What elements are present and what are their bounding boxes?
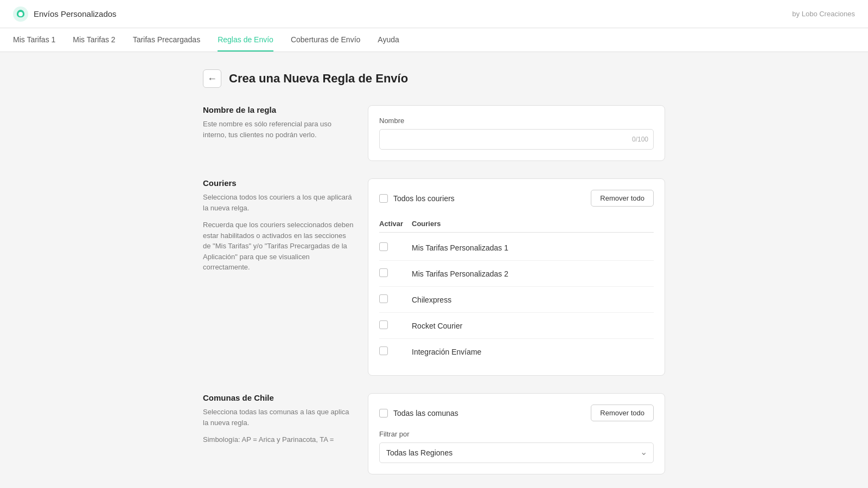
filter-label: Filtrar por (379, 430, 654, 438)
nav: Mis Tarifas 1 Mis Tarifas 2 Tarifas Prec… (0, 28, 868, 52)
comunas-remove-btn[interactable]: Remover todo (591, 404, 654, 421)
couriers-heading: Couriers (203, 178, 355, 188)
main-content: ← Crea una Nueva Regla de Envío Nombre d… (190, 52, 678, 488)
comunas-header-row: Todas las comunas Remover todo (379, 404, 654, 421)
nombre-input-wrapper: 0/100 (379, 129, 654, 150)
couriers-desc2: Recuerda que los couriers seleccionados … (203, 220, 355, 273)
comunas-heading: Comunas de Chile (203, 393, 355, 402)
nombre-section: Nombre de la regla Este nombre es sólo r… (203, 105, 665, 161)
courier-checkbox-4[interactable] (379, 346, 388, 355)
all-comunas-label[interactable]: Todas las comunas (379, 409, 458, 418)
courier-row-1: Mis Tarifas Personalizadas 2 (379, 261, 654, 287)
filter-select[interactable]: Todas las Regiones Región de Arica y Par… (379, 442, 654, 463)
col-activar: Activar (379, 220, 412, 228)
couriers-desc1: Selecciona todos los couriers a los que … (203, 192, 355, 213)
couriers-card: Todos los couriers Remover todo Activar … (368, 178, 665, 376)
couriers-section-label: Couriers Selecciona todos los couriers a… (203, 178, 355, 376)
courier-row-2: Chilexpress (379, 287, 654, 313)
nav-reglas-envio[interactable]: Reglas de Envío (218, 29, 273, 52)
nombre-card: Nombre 0/100 (368, 105, 665, 161)
nav-ayuda[interactable]: Ayuda (378, 29, 399, 52)
all-couriers-label[interactable]: Todos los couriers (379, 194, 455, 203)
back-button[interactable]: ← (203, 69, 221, 88)
courier-name-0: Mis Tarifas Personalizadas 1 (412, 243, 654, 252)
courier-row-3: Rocket Courier (379, 313, 654, 339)
nombre-section-label: Nombre de la regla Este nombre es sólo r… (203, 105, 355, 161)
courier-checkbox-0[interactable] (379, 242, 388, 251)
couriers-header-row: Todos los couriers Remover todo (379, 190, 654, 207)
couriers-remove-btn[interactable]: Remover todo (591, 190, 654, 207)
nav-mis-tarifas-1[interactable]: Mis Tarifas 1 (13, 29, 55, 52)
couriers-table-header: Activar Couriers (379, 215, 654, 233)
all-couriers-text: Todos los couriers (393, 194, 455, 203)
nav-mis-tarifas-2[interactable]: Mis Tarifas 2 (73, 29, 115, 52)
nav-coberturas-envio[interactable]: Coberturas de Envío (291, 29, 360, 52)
nombre-heading: Nombre de la regla (203, 105, 355, 114)
nombre-description: Este nombre es sólo referencial para uso… (203, 119, 355, 140)
courier-checkbox-2[interactable] (379, 294, 388, 303)
nombre-counter: 0/100 (632, 136, 648, 143)
nombre-field-label: Nombre (379, 117, 654, 125)
comunas-section-label: Comunas de Chile Selecciona todas las co… (203, 393, 355, 474)
couriers-section: Couriers Selecciona todos los couriers a… (203, 178, 665, 376)
courier-row-0: Mis Tarifas Personalizadas 1 (379, 235, 654, 261)
col-couriers: Couriers (412, 220, 654, 228)
all-comunas-checkbox[interactable] (379, 409, 388, 418)
all-couriers-checkbox[interactable] (379, 194, 388, 203)
nav-tarifas-precargadas[interactable]: Tarifas Precargadas (133, 29, 201, 52)
nombre-input-box (379, 129, 654, 150)
header-left: Envíos Personalizados (13, 7, 117, 22)
header: Envíos Personalizados by Lobo Creaciones (0, 0, 868, 28)
courier-checkbox-3[interactable] (379, 320, 388, 329)
comunas-desc1: Selecciona todas las comunas a las que a… (203, 407, 355, 428)
app-title: Envíos Personalizados (34, 9, 117, 18)
all-comunas-text: Todas las comunas (393, 409, 458, 418)
header-byline: by Lobo Creaciones (792, 10, 855, 18)
courier-name-1: Mis Tarifas Personalizadas 2 (412, 269, 654, 278)
courier-name-2: Chilexpress (412, 296, 654, 304)
comunas-section: Comunas de Chile Selecciona todas las co… (203, 393, 665, 474)
comunas-card: Todas las comunas Remover todo Filtrar p… (368, 393, 665, 474)
svg-point-1 (18, 12, 23, 16)
courier-name-4: Integración Envíame (412, 348, 654, 356)
courier-row-4: Integración Envíame (379, 339, 654, 364)
courier-checkbox-1[interactable] (379, 268, 388, 277)
comunas-desc2: Simbología: AP = Arica y Parinacota, TA … (203, 434, 355, 445)
courier-name-3: Rocket Courier (412, 322, 654, 330)
page-title-row: ← Crea una Nueva Regla de Envío (203, 69, 665, 88)
logo-icon (13, 7, 28, 22)
nombre-input[interactable] (386, 135, 647, 144)
page-title: Crea una Nueva Regla de Envío (229, 72, 408, 86)
filter-select-wrapper: Todas las Regiones Región de Arica y Par… (379, 442, 654, 463)
